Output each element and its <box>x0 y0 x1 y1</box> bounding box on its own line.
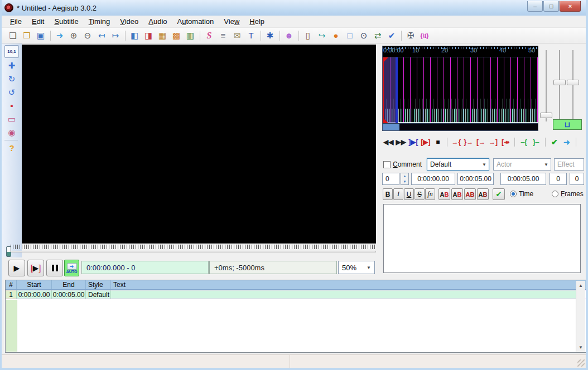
video-pause-button[interactable] <box>46 260 63 276</box>
vertical-zoom-slider-track[interactable] <box>559 50 560 121</box>
spell-checker-icon[interactable]: ✔ <box>385 30 398 42</box>
video-display[interactable] <box>22 45 376 244</box>
audio-play-to-end-button[interactable]: [↠ <box>499 137 512 148</box>
menu-video[interactable]: Video <box>115 16 143 27</box>
shadow-color-button[interactable]: AB <box>477 188 489 200</box>
row-style-cell[interactable]: Default <box>86 290 111 299</box>
audio-play-line-button[interactable]: [▶] <box>420 137 432 148</box>
save-file-icon[interactable]: ▣ <box>34 30 47 42</box>
close-button[interactable]: × <box>560 1 581 12</box>
fonts-collector-icon[interactable]: T <box>244 30 258 42</box>
zoom-out-icon[interactable]: ⊖ <box>81 30 94 42</box>
column-number[interactable]: # <box>6 280 17 289</box>
underline-button[interactable]: U <box>404 188 414 200</box>
audio-scrollbar-thumb[interactable] <box>383 124 399 130</box>
open-file-icon[interactable]: ❒ <box>20 30 33 42</box>
horizontal-zoom-slider-track[interactable] <box>546 50 547 121</box>
strikeout-button[interactable]: S <box>415 188 425 200</box>
menu-automation[interactable]: Automation <box>172 16 219 27</box>
zoom-in-icon[interactable]: ⊕ <box>67 30 80 42</box>
column-style[interactable]: Style <box>86 280 111 289</box>
row-text-cell[interactable] <box>111 290 576 299</box>
row-end-cell[interactable]: 0:00:05.00 <box>52 290 86 299</box>
about-aegisub-icon[interactable]: ☻ <box>282 30 296 42</box>
scroll-up-icon[interactable]: ▲ <box>576 281 585 290</box>
outline-color-button[interactable]: AB <box>464 188 476 200</box>
end-time-field[interactable]: 0:00:05.00 <box>457 173 494 185</box>
audio-goto-button[interactable]: ➜ <box>561 137 573 148</box>
scroll-down-icon[interactable]: ▼ <box>576 343 585 352</box>
audio-play-after-button[interactable]: }→ <box>462 137 475 148</box>
audio-play-selection-button[interactable]: ]▶[ <box>407 137 420 148</box>
commit-button[interactable]: ✔ <box>493 188 505 200</box>
style-dropdown[interactable]: Default ▼ <box>427 158 489 171</box>
menu-help[interactable]: Help <box>244 16 269 27</box>
menu-subtitle[interactable]: Subtitle <box>49 16 83 27</box>
primary-color-button[interactable]: AB <box>438 188 450 200</box>
attachments-icon[interactable]: ✉ <box>230 30 244 42</box>
vertical-zoom-slider-thumb[interactable] <box>553 80 566 85</box>
tool-rotate-xy-icon[interactable]: ↺ <box>4 86 19 99</box>
audio-play-first-500-button[interactable]: [→ <box>475 137 487 148</box>
audio-commit-button[interactable]: ✔ <box>548 137 561 148</box>
title-bar[interactable]: * Untitled - Aegisub 3.0.2 – □ × <box>0 0 588 16</box>
timing-post-processor-icon[interactable]: ↪ <box>315 30 329 42</box>
auto-seek-toggle[interactable]: ➜ AUTO <box>64 260 79 276</box>
column-start[interactable]: Start <box>17 280 52 289</box>
audio-prev-line-button[interactable]: ◀◀ <box>382 137 394 148</box>
audio-lead-in-button[interactable]: –{ <box>518 137 530 148</box>
grid-scrollbar[interactable]: ▲ ▼ <box>576 281 585 352</box>
resample-resolution-icon[interactable]: ▯ <box>301 30 315 42</box>
start-time-field[interactable]: 0:00:00.00 <box>411 173 455 185</box>
spinner-up-icon[interactable]: ▲ <box>401 173 408 179</box>
audio-stop-button[interactable]: ■ <box>432 137 444 148</box>
audio-play-last-500-button[interactable]: →] <box>487 137 499 148</box>
comment-checkbox[interactable] <box>383 161 391 168</box>
column-text[interactable]: Text <box>111 280 576 289</box>
menu-timing[interactable]: Timing <box>84 16 115 27</box>
margin-left-field[interactable]: 0 <box>550 173 567 185</box>
audio-lead-out-button[interactable]: }– <box>530 137 542 148</box>
properties-icon[interactable]: ≡ <box>216 30 230 42</box>
jump-to-icon[interactable]: ➜ <box>53 30 66 42</box>
shift-times-icon[interactable]: ⊙ <box>357 30 370 42</box>
frame-radio-label[interactable]: Frames <box>561 190 584 198</box>
jump-video-to-end-icon[interactable]: ↦ <box>109 30 122 42</box>
minimize-button[interactable]: – <box>527 1 543 12</box>
jump-video-to-start-icon[interactable]: ↤ <box>95 30 108 42</box>
margin-right-field[interactable]: 0 <box>570 173 584 185</box>
time-radio[interactable] <box>510 191 517 197</box>
selection-end-marker[interactable] <box>396 57 398 123</box>
time-radio-label[interactable]: Time <box>519 190 533 198</box>
duration-field[interactable]: 0:00:05.00 <box>500 173 546 185</box>
tool-drag-icon[interactable]: ✚ <box>4 59 19 72</box>
video-seek-bar[interactable] <box>6 245 376 257</box>
spinner-down-icon[interactable]: ▼ <box>401 179 408 184</box>
shift-by-current-time-icon[interactable]: ▦ <box>156 30 169 42</box>
snap-to-scene-icon[interactable]: ▩ <box>170 30 183 42</box>
select-lines-icon[interactable]: □ <box>343 30 356 42</box>
audio-scrollbar[interactable] <box>383 123 538 130</box>
secondary-color-button[interactable]: AB <box>451 188 463 200</box>
seek-thumb[interactable] <box>6 246 11 257</box>
audio-next-line-button[interactable]: ▶▶ <box>394 137 407 148</box>
subtitle-text-edit[interactable] <box>383 204 581 273</box>
link-vertical-zoom-volume-button[interactable]: ⊔ <box>553 119 582 130</box>
font-button[interactable]: fn <box>425 188 435 200</box>
menu-file[interactable]: File <box>5 16 27 27</box>
snap-start-to-video-icon[interactable]: ◧ <box>128 30 141 42</box>
tool-rotate-z-icon[interactable]: ↻ <box>4 72 19 85</box>
new-file-icon[interactable]: ❏ <box>6 30 20 42</box>
video-play-line-button[interactable]: [▶] <box>27 260 44 276</box>
audio-display[interactable]: 0:00:00 10 20 30 40 50 <box>382 46 538 131</box>
bold-button[interactable]: B <box>383 188 393 200</box>
tool-vector-clip-icon[interactable]: ◉ <box>4 126 19 139</box>
frame-radio[interactable] <box>552 191 558 197</box>
menu-view[interactable]: View <box>219 16 244 27</box>
audio-play-before-button[interactable]: →{ <box>450 137 462 148</box>
styles-manager-icon[interactable]: S <box>203 30 216 42</box>
tool-standard[interactable]: 10,1 <box>4 45 19 58</box>
horizontal-zoom-slider-thumb[interactable] <box>540 113 552 118</box>
effect-field[interactable]: Effect <box>554 158 584 171</box>
audio-spectrum[interactable] <box>383 57 538 123</box>
